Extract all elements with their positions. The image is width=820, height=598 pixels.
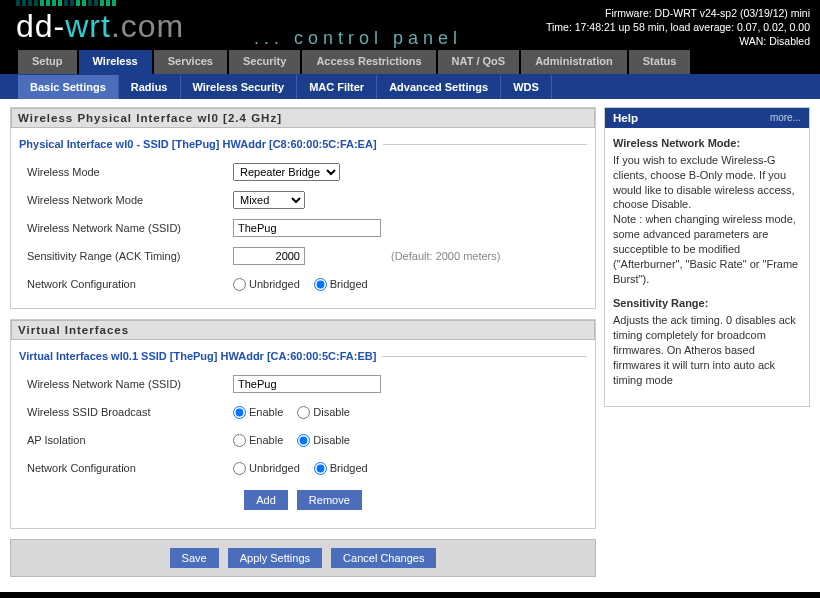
wan-text: WAN: Disabled — [546, 34, 810, 48]
label-ap-iso: AP Isolation — [27, 434, 233, 446]
subtab-wds[interactable]: WDS — [501, 75, 552, 99]
firmware-text: Firmware: DD-WRT v24-sp2 (03/19/12) mini — [546, 6, 810, 20]
broadcast-enable-radio[interactable] — [233, 406, 246, 419]
box-title: Wireless Physical Interface wl0 [2.4 GHz… — [11, 108, 595, 128]
tab-setup[interactable]: Setup — [18, 50, 77, 74]
tab-security[interactable]: Security — [229, 50, 300, 74]
subtab-advanced-settings[interactable]: Advanced Settings — [377, 75, 501, 99]
subtitle: ... control panel — [254, 28, 462, 49]
remove-button[interactable]: Remove — [297, 490, 362, 510]
wireless-mode-select[interactable]: Repeater Bridge — [233, 163, 340, 181]
subtab-basic-settings[interactable]: Basic Settings — [18, 75, 119, 99]
subtab-radius[interactable]: Radius — [119, 75, 181, 99]
tab-nat-qos[interactable]: NAT / QoS — [438, 50, 520, 74]
tab-status[interactable]: Status — [629, 50, 691, 74]
bridged-radio[interactable] — [314, 278, 327, 291]
add-button[interactable]: Add — [244, 490, 288, 510]
help-panel: Help more... Wireless Network Mode: If y… — [604, 107, 810, 407]
broadcast-disable-radio[interactable] — [297, 406, 310, 419]
cancel-changes-button[interactable]: Cancel Changes — [331, 548, 436, 568]
sensitivity-hint: (Default: 2000 meters) — [391, 250, 500, 262]
help-text-2: Adjusts the ack timing. 0 disables ack t… — [613, 313, 801, 387]
virtual-ssid-input[interactable] — [233, 375, 381, 393]
save-button[interactable]: Save — [170, 548, 219, 568]
tab-services[interactable]: Services — [154, 50, 227, 74]
physical-section-header: Physical Interface wl0 - SSID [ThePug] H… — [19, 138, 587, 150]
unbridged-radio[interactable] — [233, 278, 246, 291]
tab-access-restrictions[interactable]: Access Restrictions — [302, 50, 435, 74]
help-more-link[interactable]: more... — [770, 112, 801, 124]
network-mode-select[interactable]: Mixed — [233, 191, 305, 209]
label-broadcast: Wireless SSID Broadcast — [27, 406, 233, 418]
help-note: Note : when changing wireless mode, some… — [613, 213, 798, 284]
main-tabs: Setup Wireless Services Security Access … — [0, 50, 820, 74]
subtab-mac-filter[interactable]: MAC Filter — [297, 75, 377, 99]
help-title: Help — [613, 112, 638, 124]
subtab-wireless-security[interactable]: Wireless Security — [181, 75, 298, 99]
label-ssid: Wireless Network Name (SSID) — [27, 222, 233, 234]
tab-administration[interactable]: Administration — [521, 50, 627, 74]
logo: dd-wrt.com — [16, 0, 184, 45]
sub-tabs: Basic Settings Radius Wireless Security … — [0, 74, 820, 99]
action-bar: Save Apply Settings Cancel Changes — [10, 539, 596, 577]
help-heading-1: Wireless Network Mode: — [613, 136, 801, 151]
status-block: Firmware: DD-WRT v24-sp2 (03/19/12) mini… — [546, 6, 810, 49]
virtual-unbridged-radio[interactable] — [233, 462, 246, 475]
label-netconf: Network Configuration — [27, 278, 233, 290]
time-text: Time: 17:48:21 up 58 min, load average: … — [546, 20, 810, 34]
apiso-enable-radio[interactable] — [233, 434, 246, 447]
virtual-interfaces-box: Virtual Interfaces Virtual Interfaces wl… — [10, 319, 596, 529]
apiso-disable-radio[interactable] — [297, 434, 310, 447]
box-title: Virtual Interfaces — [11, 320, 595, 340]
help-heading-2: Sensitivity Range: — [613, 296, 801, 311]
tab-wireless[interactable]: Wireless — [79, 50, 152, 74]
apply-settings-button[interactable]: Apply Settings — [228, 548, 322, 568]
physical-interface-box: Wireless Physical Interface wl0 [2.4 GHz… — [10, 107, 596, 309]
ssid-input[interactable] — [233, 219, 381, 237]
label-vssid: Wireless Network Name (SSID) — [27, 378, 233, 390]
label-wireless-mode: Wireless Mode — [27, 166, 233, 178]
label-vnetconf: Network Configuration — [27, 462, 233, 474]
help-text-1: If you wish to exclude Wireless-G client… — [613, 154, 795, 211]
label-sensitivity: Sensitivity Range (ACK Timing) — [27, 250, 233, 262]
virtual-bridged-radio[interactable] — [314, 462, 327, 475]
sensitivity-input[interactable] — [233, 247, 305, 265]
virtual-section-header: Virtual Interfaces wl0.1 SSID [ThePug] H… — [19, 350, 587, 362]
label-network-mode: Wireless Network Mode — [27, 194, 233, 206]
